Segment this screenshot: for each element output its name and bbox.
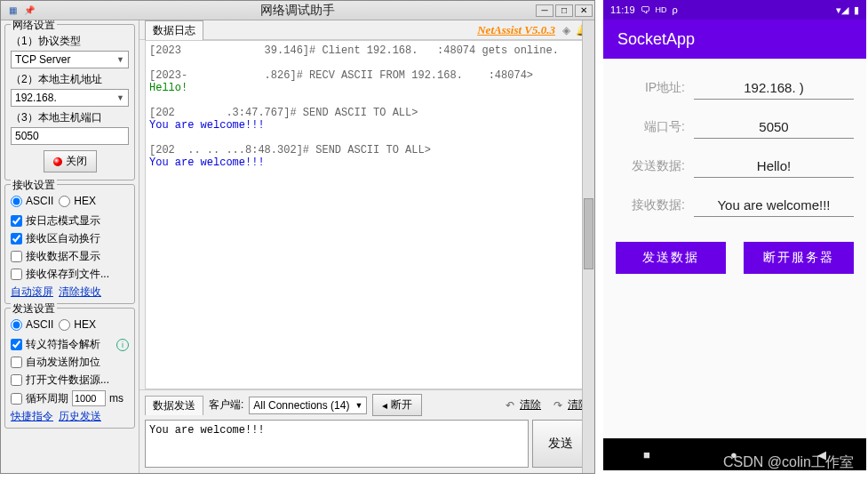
recv-legend: 接收设置 <box>11 178 57 193</box>
brand-label[interactable]: NetAssist V5.0.3 <box>477 23 555 37</box>
log-header: 数据日志 NetAssist V5.0.3 ◈ 🔔 <box>139 20 594 40</box>
recv-opt-0[interactable]: 按日志模式显示 <box>11 213 129 228</box>
pin-icon[interactable]: 📌 <box>20 4 38 17</box>
log-line: [2023 39.146]# Client 192.168. :48074 ge… <box>149 44 585 57</box>
status-icon: 🗨 <box>641 4 650 15</box>
send-opt-1[interactable]: 自动发送附加位 <box>11 355 129 370</box>
close-connection-button[interactable]: 关闭 <box>44 150 97 172</box>
recv-label: 接收数据: <box>616 197 685 213</box>
recv-opt-2[interactable]: 接收数据不显示 <box>11 249 129 264</box>
record-icon <box>53 157 62 166</box>
chevron-down-icon: ▼ <box>354 401 362 410</box>
scrollbar-thumb[interactable] <box>584 198 593 269</box>
recv-settings-group: 接收设置 ASCII HEX 按日志模式显示 接收区自动换行 接收数据不显示 接… <box>4 184 135 304</box>
disconnect-button[interactable]: ◂断开 <box>372 394 422 416</box>
send-hex-radio[interactable]: HEX <box>59 318 96 331</box>
send-field[interactable]: Hello! <box>694 155 854 178</box>
clock: 11:19 <box>610 4 635 15</box>
cycle-row[interactable]: 循环周期 ms <box>11 390 129 406</box>
send-opt-2[interactable]: 打开文件数据源... <box>11 373 129 388</box>
log-tab[interactable]: 数据日志 <box>145 20 203 40</box>
log-line: Hello! <box>149 82 585 94</box>
close-window-button[interactable]: ✕ <box>575 4 593 17</box>
port-input[interactable] <box>11 127 129 145</box>
shortcut-link[interactable]: 快捷指令 <box>11 409 53 424</box>
log-textarea[interactable]: [2023 39.146]# Client 192.168. :48074 ge… <box>145 40 589 389</box>
recv-opt-3[interactable]: 接收保存到文件... <box>11 267 129 282</box>
recv-field[interactable]: You are welcome!!! <box>694 194 854 217</box>
status-icon: ρ <box>673 4 678 15</box>
proto-combo[interactable]: TCP Server▼ <box>11 51 129 68</box>
recv-ascii-radio[interactable]: ASCII <box>11 195 53 207</box>
info-icon[interactable]: i <box>116 339 129 351</box>
nav-back-icon[interactable]: ◀ <box>817 448 826 461</box>
send-data-button[interactable]: 发送数据 <box>616 242 726 274</box>
clear-recv-link[interactable]: 清除接收 <box>59 285 101 300</box>
port-label: （3）本地主机端口 <box>11 110 129 125</box>
form: IP地址: 192.168. ) 端口号: 5050 发送数据: Hello! … <box>603 59 866 217</box>
titlebar[interactable]: ▦ 网络调试助手 📌 ─ □ ✕ <box>1 1 594 20</box>
send-button[interactable]: 发送 <box>532 420 589 468</box>
android-navbar: ■ ● ◀ <box>603 438 866 470</box>
chevron-down-icon: ▼ <box>116 93 124 102</box>
maximize-button[interactable]: □ <box>555 4 573 17</box>
battery-icon: ▮ <box>854 4 859 16</box>
wifi-icon: ▾◢ <box>836 4 848 16</box>
client-label: 客户端: <box>209 397 243 413</box>
ip-label: IP地址: <box>616 80 685 96</box>
log-line <box>149 94 585 107</box>
chevron-down-icon: ▼ <box>116 55 124 64</box>
app-bar: SocketApp <box>603 20 866 59</box>
port-field[interactable]: 5050 <box>694 116 854 139</box>
host-combo[interactable]: 192.168.▼ <box>11 89 129 107</box>
log-line <box>149 132 585 144</box>
recv-opt-1[interactable]: 接收区自动换行 <box>11 231 129 246</box>
android-statusbar: 11:19 🗨 HD ρ ▾◢ ▮ <box>603 0 866 20</box>
status-icon: HD <box>656 5 667 14</box>
window-title: 网络调试助手 <box>260 3 335 19</box>
log-line: You are welcome!!! <box>149 156 585 169</box>
phone-screen: 11:19 🗨 HD ρ ▾◢ ▮ SocketApp IP地址: 192.16… <box>603 0 866 470</box>
netassist-window: ▦ 网络调试助手 📌 ─ □ ✕ 网络设置 （1）协议类型 TCP Server… <box>0 0 595 474</box>
nav-recent-icon[interactable]: ■ <box>643 448 650 461</box>
redo-icon[interactable]: ↷ <box>553 399 562 412</box>
log-line: You are welcome!!! <box>149 119 585 132</box>
history-link[interactable]: 历史发送 <box>59 409 101 424</box>
host-label: （2）本地主机地址 <box>11 72 129 87</box>
undo-icon[interactable]: ↶ <box>506 399 514 412</box>
cycle-input[interactable] <box>72 390 106 406</box>
send-toolbar: 数据发送 客户端: All Connections (14)▼ ◂断开 ↶ 清除… <box>139 389 594 420</box>
send-tab[interactable]: 数据发送 <box>145 396 203 415</box>
send-opt-0[interactable]: 转义符指令解析i <box>11 337 129 352</box>
nav-home-icon[interactable]: ● <box>730 448 737 461</box>
disconnect-server-button[interactable]: 断开服务器 <box>744 242 854 274</box>
auto-scroll-link[interactable]: 自动滚屏 <box>11 285 53 300</box>
network-settings-group: 网络设置 （1）协议类型 TCP Server▼ （2）本地主机地址 192.1… <box>4 24 135 180</box>
diamond-icon[interactable]: ◈ <box>562 24 570 36</box>
minimize-button[interactable]: ─ <box>536 4 553 17</box>
sidebar: 网络设置 （1）协议类型 TCP Server▼ （2）本地主机地址 192.1… <box>1 20 139 473</box>
port-label: 端口号: <box>616 119 685 135</box>
send-legend: 发送设置 <box>11 301 57 317</box>
vertical-scrollbar[interactable] <box>582 20 594 473</box>
ip-field[interactable]: 192.168. ) <box>694 76 854 100</box>
log-line <box>149 57 585 69</box>
app-icon: ▦ <box>4 3 20 19</box>
log-line: [2023- .826]# RECV ASCII FROM 192.168. :… <box>149 69 585 82</box>
proto-label: （1）协议类型 <box>11 34 129 49</box>
main-area: 数据日志 NetAssist V5.0.3 ◈ 🔔 [2023 39.146]#… <box>139 20 594 473</box>
recv-hex-radio[interactable]: HEX <box>59 195 96 207</box>
send-settings-group: 发送设置 ASCII HEX 转义符指令解析i 自动发送附加位 打开文件数据源.… <box>4 308 135 429</box>
send-input[interactable]: You are welcome!!! <box>145 420 529 468</box>
send-label: 发送数据: <box>616 158 685 174</box>
connections-combo[interactable]: All Connections (14)▼ <box>249 397 367 414</box>
clear-link-1[interactable]: 清除 <box>520 397 541 413</box>
log-line: [202 .3:47.767]# SEND ASCII TO ALL> <box>149 107 585 119</box>
send-ascii-radio[interactable]: ASCII <box>11 318 53 331</box>
app-title: SocketApp <box>617 30 695 49</box>
network-legend: 网络设置 <box>11 20 57 33</box>
log-line: [202 .. .. ...8:48.302]# SEND ASCII TO A… <box>149 144 585 156</box>
